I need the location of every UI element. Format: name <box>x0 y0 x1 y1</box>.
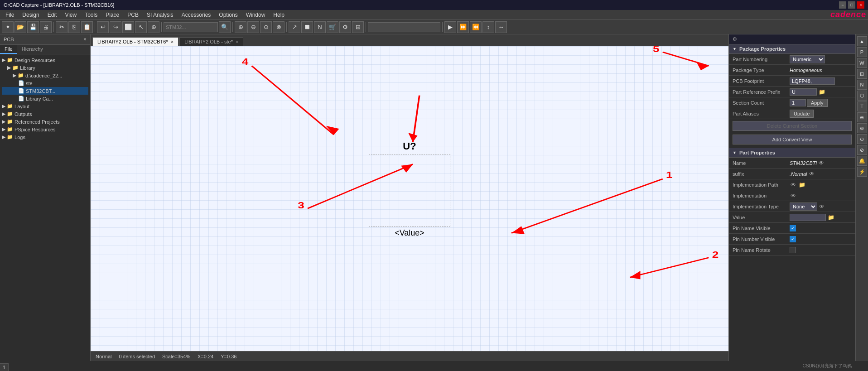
value-input[interactable] <box>790 214 826 221</box>
section-count-input[interactable] <box>790 99 806 106</box>
tree-item-libcache[interactable]: 📄 Library Ca... <box>2 95 88 102</box>
rt-btn-13[interactable]: ⚡ <box>857 167 867 177</box>
open-button[interactable]: 📂 <box>14 21 26 33</box>
tree-item-logs[interactable]: ▶ 📁 Logs <box>2 133 88 141</box>
tree-item-layout[interactable]: ▶ 📁 Layout <box>2 102 88 110</box>
rt-btn-1[interactable]: ▲ <box>857 36 867 46</box>
menu-options[interactable]: Options <box>215 11 241 19</box>
tab-close-ste[interactable]: × <box>236 39 238 44</box>
zoom-area-button[interactable]: ⊗ <box>273 21 285 33</box>
zoom-out-button[interactable]: ⊖ <box>247 21 259 33</box>
add-convert-view-button[interactable]: Add Convert View <box>733 135 852 145</box>
toolbar-btn-2[interactable]: 🔲 <box>301 21 313 33</box>
rt-btn-5[interactable]: N <box>857 80 867 90</box>
toolbar-btn-9[interactable]: ↕ <box>482 21 494 33</box>
toolbar-btn-1[interactable]: ↗ <box>289 21 300 33</box>
toolbar-btn-10[interactable]: ↔ <box>495 21 507 33</box>
tree-item-design-resources[interactable]: ▶ 📁 Design Resources <box>2 56 88 64</box>
pin-name-rotate-checkbox[interactable] <box>790 247 796 253</box>
rt-btn-4[interactable]: ⊞ <box>857 69 867 79</box>
new-button[interactable]: ✦ <box>2 21 14 33</box>
pin-number-visible-checkbox[interactable]: ✓ <box>790 236 796 242</box>
tab-file[interactable]: File <box>0 45 17 54</box>
zoom-fit-button[interactable]: ⊙ <box>260 21 272 33</box>
save-button[interactable]: 💾 <box>27 21 39 33</box>
tree-item-outputs[interactable]: ▶ 📁 Outputs <box>2 110 88 118</box>
menu-window[interactable]: Window <box>242 11 269 19</box>
canvas[interactable]: U? <Value> 4 3 1 <box>91 46 728 351</box>
pointer-button[interactable]: ⊕ <box>148 21 159 33</box>
cut-button[interactable]: ✂ <box>56 21 68 33</box>
tree-item-referenced[interactable]: ▶ 📁 Referenced Projects <box>2 118 88 125</box>
tree-item-pspice[interactable]: ▶ 📁 PSpice Resources <box>2 125 88 133</box>
play-button[interactable]: ▶ <box>444 21 456 33</box>
select-box-button[interactable]: ⬜ <box>122 21 134 33</box>
tab-ste[interactable]: LIBRARY2.OLB - ste* × <box>179 37 243 46</box>
update-button[interactable]: Update <box>790 110 814 118</box>
impl-type-select[interactable]: None VHDL PSpice <box>790 202 817 211</box>
menu-pcb[interactable]: PCB <box>124 11 142 19</box>
menu-file[interactable]: File <box>2 11 18 19</box>
tree-item-ste[interactable]: 📄 ste <box>2 79 88 87</box>
menu-edit[interactable]: Edit <box>44 11 61 19</box>
name-eye-button[interactable]: 👁 <box>818 160 825 166</box>
left-panel-close[interactable]: × <box>83 36 87 43</box>
rt-btn-9[interactable]: ⊗ <box>857 123 867 133</box>
suffix-eye-button[interactable]: 👁 <box>808 171 815 177</box>
rt-btn-6[interactable]: ⬡ <box>857 91 867 101</box>
tab-stm32-active[interactable]: LIBRARY2.OLB - STM32CBT6* × <box>92 37 178 46</box>
zoom-in-button[interactable]: ⊕ <box>235 21 246 33</box>
tab-close-stm32[interactable]: × <box>171 39 174 44</box>
search-button[interactable]: 🔍 <box>219 21 231 33</box>
rt-btn-7[interactable]: T <box>857 101 867 111</box>
rt-btn-12[interactable]: 🔔 <box>857 156 867 166</box>
tree-item-cadence[interactable]: ▶ 📁 d:\cadence_22... <box>2 72 88 79</box>
print-button[interactable]: 🖨 <box>40 21 52 33</box>
toolbar-btn-7[interactable]: ⏩ <box>457 21 469 33</box>
pcb-footprint-input[interactable] <box>790 77 835 85</box>
tab-hierarchy[interactable]: Hierarchy <box>17 45 48 54</box>
copy-button[interactable]: ⎘ <box>68 21 80 33</box>
part-properties-header[interactable]: Part Properties <box>729 148 855 158</box>
menu-accessories[interactable]: Accessories <box>178 11 215 19</box>
impl-path-eye-button[interactable]: 👁 <box>790 182 797 188</box>
delete-current-section-button[interactable]: Delete Current Section <box>733 121 852 131</box>
menu-place[interactable]: Place <box>102 11 123 19</box>
value-browse-button[interactable]: 📁 <box>827 214 835 221</box>
maximize-button[interactable]: □ <box>848 1 855 9</box>
impl-path-browse-button[interactable]: 📁 <box>798 182 806 188</box>
package-properties-header[interactable]: Package Properties <box>729 44 855 54</box>
implementation-eye-button[interactable]: 👁 <box>790 193 797 199</box>
impl-type-eye-button[interactable]: 👁 <box>818 203 825 210</box>
second-search[interactable] <box>368 22 440 32</box>
menu-tools[interactable]: Tools <box>81 11 101 19</box>
tree-item-stm32[interactable]: 📄 STM32CBT... <box>2 87 88 95</box>
tree-item-library[interactable]: ▶ 📁 Library <box>2 64 88 72</box>
apply-button[interactable]: Apply <box>807 99 828 107</box>
select-button[interactable]: ↖ <box>135 21 147 33</box>
toolbar-btn-8[interactable]: ⏪ <box>470 21 482 33</box>
toolbar-btn-4[interactable]: 🛒 <box>327 21 338 33</box>
rt-btn-2[interactable]: P <box>857 47 867 57</box>
part-numbering-select[interactable]: Numeric Alphabetic <box>790 55 825 63</box>
toolbar-btn-5[interactable]: ⚙ <box>339 21 351 33</box>
close-button[interactable]: × <box>857 1 864 9</box>
menu-help[interactable]: Help <box>270 11 288 19</box>
rt-btn-11[interactable]: ⊘ <box>857 145 867 155</box>
component-search[interactable]: STM32... <box>164 22 218 32</box>
pin-name-visible-checkbox[interactable]: ✓ <box>790 225 796 231</box>
part-ref-prefix-input[interactable] <box>790 88 817 96</box>
rt-btn-3[interactable]: W <box>857 58 867 68</box>
menu-view[interactable]: View <box>61 11 80 19</box>
toolbar-btn-6[interactable]: ⊞ <box>352 21 364 33</box>
toolbar-btn-3[interactable]: N <box>314 21 326 33</box>
minimize-button[interactable]: − <box>839 1 846 9</box>
redo-button[interactable]: ↪ <box>110 21 121 33</box>
part-ref-browse-button[interactable]: 📁 <box>818 89 826 95</box>
paste-button[interactable]: 📋 <box>81 21 93 33</box>
rt-btn-10[interactable]: ⊙ <box>857 134 867 144</box>
menu-si-analysis[interactable]: SI Analysis <box>143 11 177 19</box>
undo-button[interactable]: ↩ <box>97 21 109 33</box>
rt-btn-8[interactable]: ⊕ <box>857 112 867 122</box>
menu-design[interactable]: Design <box>19 11 43 19</box>
